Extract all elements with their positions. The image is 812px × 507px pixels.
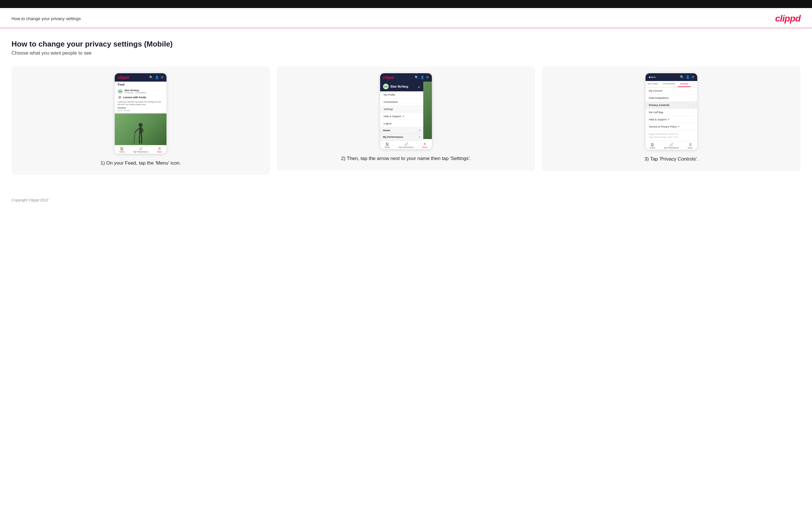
step1-caption: 1) On your Feed, tap the 'Menu' icon.	[101, 159, 181, 167]
header: How to change your privacy settings clip…	[0, 8, 812, 28]
phone1-logo: clippd	[117, 75, 129, 79]
feed-avatar: BM	[117, 89, 123, 94]
settings-item-privacy-policy: Service & Privacy Policy ↗	[646, 123, 697, 130]
logo: clippd	[775, 13, 801, 24]
phone1-image	[115, 113, 166, 145]
privacy-label: Privacy Controls	[649, 104, 670, 107]
step2-caption: 2) Then, tap the arrow next to your name…	[341, 155, 471, 162]
privacy-chevron: ›	[693, 104, 694, 107]
help-label-3: Help & Support ↗	[649, 118, 670, 121]
menu-user-left: BM Blair McHarg	[383, 83, 408, 89]
phone2-nav: clippd 🔍 👤 ⚙	[380, 73, 432, 81]
footer: Copyright Clippd 2022	[0, 192, 812, 208]
bottom-nav-home: 🏠 Home	[119, 147, 125, 153]
phone1-feed-label: Feed	[115, 81, 166, 87]
phone3-tabs: My Profile Connections Settings	[646, 81, 697, 87]
home-label-2: Home	[385, 146, 390, 148]
home-section-label: Home	[383, 129, 390, 132]
home-label: Home	[119, 151, 125, 153]
home-icon-3: 🏠	[650, 143, 654, 147]
feed-user-sub: Yesterday · Sunningdale	[124, 92, 146, 94]
settings-item-privacy: Privacy Controls ›	[646, 102, 697, 109]
perf-icon-2: 📈	[404, 142, 408, 146]
feed-user-name: Blair McHarg	[124, 89, 146, 92]
settings-item-myaccount: My Account ›	[646, 87, 697, 95]
svg-point-0	[139, 123, 143, 127]
phone2-nav-menu: ✕ Menu	[422, 142, 427, 148]
search-icon-2: 🔍	[415, 75, 419, 79]
bottom-nav-performance: 📈 My Performance	[134, 147, 148, 153]
menu-user-row: BM Blair McHarg ▲	[380, 81, 423, 91]
top-bar	[0, 0, 812, 8]
phone1-icons: 🔍 👤 ⚙	[149, 75, 164, 79]
phone3-nav-home: 🏠 Home	[650, 143, 655, 149]
tab-settings: Settings	[678, 81, 691, 87]
phone1-bottom-nav: 🏠 Home 📈 My Performance ☰ Menu	[115, 145, 166, 154]
phone2-menu: BM Blair McHarg ▲ My Profile Connections	[380, 81, 423, 140]
settings-label: Settings	[384, 108, 393, 111]
performance-section-label: My Performance	[383, 135, 403, 138]
integrations-chevron: ›	[693, 97, 694, 99]
duration-value: 01 hr : 30 min	[117, 109, 164, 111]
menu-label: Menu	[157, 151, 162, 153]
settings-item-integrations: Data Integrations ›	[646, 95, 697, 102]
menu-label-2: Menu	[422, 146, 427, 148]
phone2-nav-performance: 📈 My Performance	[399, 142, 413, 148]
client-version: Clippd Client Version: 2022.8.3-3	[649, 133, 694, 136]
home-chevron: ▾	[419, 129, 420, 132]
back-button: ◀ Back	[648, 76, 656, 78]
svg-rect-1	[139, 127, 142, 134]
golfbag-label: My Golf Bag	[649, 111, 663, 114]
phone2-logo: clippd	[383, 75, 394, 79]
settings-icon-2: ⚙	[426, 75, 429, 79]
phone2-nav-home: 🏠 Home	[385, 142, 390, 148]
menu-icon-3: ☰	[689, 143, 692, 147]
golfbag-chevron: ›	[693, 111, 694, 114]
perf-label-2: My Performance	[399, 146, 413, 148]
settings-icon-3: ⚙	[692, 75, 695, 79]
menu-section-performance: My Performance ▾	[380, 134, 423, 140]
my-profile-label: My Profile	[384, 93, 395, 96]
myaccount-chevron: ›	[693, 89, 694, 92]
phone-2-mockup: clippd 🔍 👤 ⚙	[380, 73, 432, 149]
performance-chevron: ▾	[419, 135, 420, 138]
user-icon: 👤	[155, 75, 159, 79]
phone2-icons: 🔍 👤 ⚙	[415, 75, 429, 79]
settings-footer: Clippd Client Version: 2022.8.3-3 GQL Se…	[646, 130, 697, 141]
home-icon-2: 🏠	[385, 142, 389, 146]
menu-item-settings: Settings	[380, 106, 423, 113]
menu-item-logout: Logout	[380, 120, 423, 127]
main-content: How to change your privacy settings (Mob…	[0, 28, 812, 183]
phone3-nav-performance: 📈 My Performance	[664, 143, 679, 149]
user-icon-2: 👤	[420, 75, 424, 79]
tab-myprofile: My Profile	[646, 81, 660, 87]
close-icon: ✕	[423, 142, 426, 146]
menu-icon: ☰	[158, 147, 161, 151]
golfer-svg	[134, 122, 148, 145]
myaccount-label: My Account	[649, 89, 662, 92]
steps-row: clippd 🔍 👤 ⚙ Feed BM Blair McHarg	[11, 66, 801, 175]
phone1-nav: clippd 🔍 👤 ⚙	[115, 73, 166, 81]
duration-label: Duration	[117, 107, 164, 109]
header-title: How to change your privacy settings	[11, 16, 81, 21]
lesson-title: Lesson with Fordy	[123, 96, 146, 99]
perf-label-3: My Performance	[664, 147, 679, 149]
performance-label: My Performance	[134, 151, 148, 153]
step-3-card: ◀ Back 🔍 👤 ⚙ My Profile Connections Sett…	[542, 66, 801, 171]
perf-icon-3: 📈	[669, 143, 673, 147]
privacy-policy-label: Service & Privacy Policy ↗	[649, 125, 680, 128]
copyright-text: Copyright Clippd 2022	[11, 198, 49, 202]
search-icon-3: 🔍	[680, 75, 684, 79]
tab-connections: Connections	[660, 81, 677, 87]
phone2-content: BM Blair McHarg ▲ My Profile Connections	[380, 81, 432, 140]
menu-item-help: Help & Support ↗	[380, 113, 423, 120]
step-1-card: clippd 🔍 👤 ⚙ Feed BM Blair McHarg	[11, 66, 270, 175]
settings-icon: ⚙	[161, 75, 164, 79]
phone3-nav: ◀ Back 🔍 👤 ⚙	[646, 73, 697, 81]
help-label: Help & Support ↗	[384, 115, 404, 118]
menu-label-3: Menu	[688, 147, 693, 149]
lesson-icon: 🎯	[117, 95, 121, 99]
phone3-icons: 🔍 👤 ⚙	[680, 75, 695, 79]
menu-up-chevron: ▲	[417, 85, 420, 88]
home-label-3: Home	[650, 147, 655, 149]
